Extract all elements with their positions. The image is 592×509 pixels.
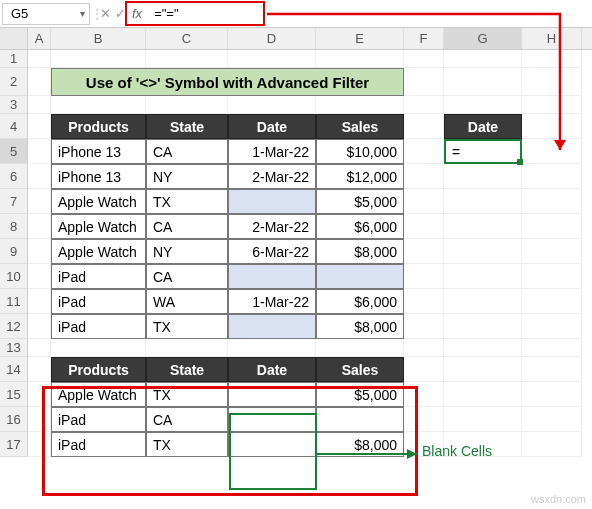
cell[interactable] [404,357,444,382]
row-header[interactable]: 15 [0,382,28,407]
cell-sales[interactable]: $10,000 [316,139,404,164]
cell[interactable] [522,314,582,339]
col-header-F[interactable]: F [404,28,444,49]
cell[interactable] [28,214,51,239]
cell[interactable] [28,114,51,139]
cell[interactable] [28,239,51,264]
row-header[interactable]: 11 [0,289,28,314]
cell-state[interactable]: CA [146,214,228,239]
cell[interactable] [444,164,522,189]
criteria-value-cell[interactable]: = [444,139,522,164]
cell-state[interactable]: TX [146,189,228,214]
cell[interactable] [404,114,444,139]
cell[interactable] [404,50,444,68]
cell-date-blank[interactable] [228,264,316,289]
row-header[interactable]: 3 [0,96,28,114]
row-header[interactable]: 4 [0,114,28,139]
cell[interactable] [28,357,51,382]
cell[interactable] [444,264,522,289]
cell[interactable] [444,96,522,114]
cell-sales[interactable]: $8,000 [316,314,404,339]
cell-state[interactable]: NY [146,164,228,189]
col-header-H[interactable]: H [522,28,582,49]
row-header[interactable]: 10 [0,264,28,289]
cell[interactable] [522,432,582,457]
cell[interactable] [28,68,51,96]
cell[interactable] [522,357,582,382]
cell[interactable] [522,339,582,357]
cell-product[interactable]: iPhone 13 [51,164,146,189]
cell-sales[interactable]: $6,000 [316,214,404,239]
row-header[interactable]: 13 [0,339,28,357]
cell[interactable] [28,164,51,189]
cell[interactable] [228,339,316,357]
col-header-B[interactable]: B [51,28,146,49]
cell-product[interactable]: Apple Watch [51,239,146,264]
cell-product[interactable]: iPad [51,264,146,289]
cell[interactable] [444,314,522,339]
row-header[interactable]: 17 [0,432,28,457]
cell[interactable] [522,68,582,96]
cell[interactable] [316,50,404,68]
cell[interactable] [444,189,522,214]
row-header[interactable]: 9 [0,239,28,264]
cancel-icon[interactable]: ✕ [100,6,111,21]
cell-product[interactable]: iPad [51,289,146,314]
cell[interactable] [28,314,51,339]
cell-state[interactable]: WA [146,289,228,314]
cell[interactable] [51,96,146,114]
cell[interactable] [522,96,582,114]
row-header[interactable]: 7 [0,189,28,214]
cell[interactable] [444,289,522,314]
cell[interactable] [228,96,316,114]
cell[interactable] [444,214,522,239]
select-all-corner[interactable] [0,28,28,49]
cell-state[interactable]: NY [146,239,228,264]
cell[interactable] [522,214,582,239]
cell[interactable] [522,139,582,164]
cell-sales[interactable]: $5,000 [316,189,404,214]
cell-date[interactable]: 1-Mar-22 [228,289,316,314]
cell[interactable] [146,339,228,357]
cell-date[interactable]: 1-Mar-22 [228,139,316,164]
cell-sales[interactable]: $12,000 [316,164,404,189]
row-header[interactable]: 8 [0,214,28,239]
cell[interactable] [146,96,228,114]
cell-product[interactable]: Apple Watch [51,214,146,239]
cell[interactable] [404,164,444,189]
cell-sales-blank[interactable] [316,264,404,289]
cell[interactable] [522,264,582,289]
col-header-E[interactable]: E [316,28,404,49]
cell[interactable] [404,339,444,357]
cell[interactable] [28,189,51,214]
cell-product[interactable]: iPad [51,314,146,339]
row-header[interactable]: 14 [0,357,28,382]
cell[interactable] [522,289,582,314]
cell[interactable] [444,50,522,68]
col-header-C[interactable]: C [146,28,228,49]
col-header-A[interactable]: A [28,28,51,49]
cell[interactable] [522,114,582,139]
cell[interactable] [28,289,51,314]
cell[interactable] [228,50,316,68]
cell[interactable] [522,407,582,432]
cell-date[interactable]: 6-Mar-22 [228,239,316,264]
cell-sales[interactable]: $6,000 [316,289,404,314]
cell[interactable] [522,189,582,214]
cell[interactable] [146,50,228,68]
cell[interactable] [522,50,582,68]
cell-state[interactable]: CA [146,139,228,164]
row-header[interactable]: 2 [0,68,28,96]
cell[interactable] [404,139,444,164]
cell-state[interactable]: TX [146,314,228,339]
cell[interactable] [404,189,444,214]
cell[interactable] [28,50,51,68]
cell[interactable] [522,382,582,407]
cell[interactable] [51,50,146,68]
cell[interactable] [404,239,444,264]
cell[interactable] [404,264,444,289]
cell[interactable] [28,339,51,357]
cell[interactable] [404,96,444,114]
cell[interactable] [51,339,146,357]
col-header-D[interactable]: D [228,28,316,49]
